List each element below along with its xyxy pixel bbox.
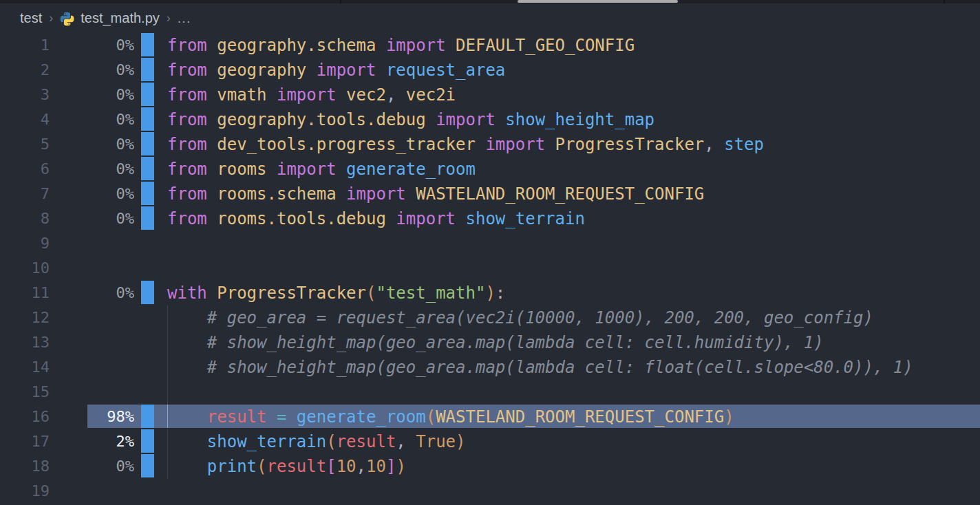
token-plain bbox=[167, 333, 207, 352]
token-fn: generate_room bbox=[346, 160, 476, 179]
code-line[interactable]: 110%with ProgressTracker("test_math"): bbox=[0, 281, 980, 305]
breadcrumb: test › test_math.py › ... bbox=[0, 3, 980, 33]
coverage-indicator bbox=[141, 281, 154, 304]
tab-separator bbox=[944, 0, 945, 3]
token-plain bbox=[167, 308, 207, 327]
line-number[interactable]: 12 bbox=[0, 305, 50, 330]
code-line[interactable]: 40%from geography.tools.debug import sho… bbox=[0, 107, 980, 132]
token-kw: import bbox=[346, 184, 416, 204]
line-number[interactable]: 4 bbox=[0, 107, 50, 132]
code-line[interactable]: 13 # show_height_map(geo_area.map(lambda… bbox=[0, 330, 980, 355]
coverage-percent: 0% bbox=[55, 157, 134, 182]
line-number[interactable]: 13 bbox=[0, 330, 50, 355]
code-line[interactable]: 9 bbox=[0, 231, 980, 256]
token-brkt1: ) bbox=[724, 407, 734, 427]
token-var: result bbox=[337, 432, 396, 451]
token-kw: import bbox=[277, 85, 346, 105]
token-fn: generate_room bbox=[297, 407, 426, 427]
token-brkt1: ) bbox=[456, 432, 465, 451]
token-fn: print bbox=[207, 457, 257, 476]
breadcrumb-folder[interactable]: test bbox=[20, 10, 42, 26]
token-brkt1: ( bbox=[326, 432, 336, 451]
coverage-percent: 0% bbox=[55, 132, 134, 157]
line-number[interactable]: 9 bbox=[0, 231, 50, 256]
chevron-right-icon: › bbox=[166, 11, 171, 25]
token-mod: rooms bbox=[217, 160, 277, 179]
code-line[interactable]: 60%from rooms import generate_room bbox=[0, 157, 980, 182]
code-line[interactable]: 14 # show_height_map(geo_area.map(lambda… bbox=[0, 355, 980, 380]
coverage-percent: 0% bbox=[55, 182, 134, 206]
token-plain bbox=[167, 457, 207, 476]
token-mod: geography.tools.debug bbox=[217, 110, 436, 129]
token-plain bbox=[167, 358, 207, 377]
token-brkt2: ] bbox=[386, 457, 396, 476]
code-text: # show_height_map(geo_area.map(lambda ce… bbox=[167, 330, 824, 355]
code-text: from geography import request_area bbox=[167, 58, 505, 83]
token-mod: DEFAULT_GEO_CONFIG bbox=[456, 36, 635, 55]
code-line[interactable]: 180% print(result[10,10]) bbox=[0, 454, 980, 479]
token-num: 10 bbox=[337, 457, 356, 476]
token-kw: from bbox=[167, 85, 217, 105]
coverage-indicator bbox=[141, 83, 154, 106]
line-number[interactable]: 6 bbox=[0, 157, 50, 182]
token-mod: rooms.tools.debug bbox=[217, 209, 396, 228]
code-line[interactable]: 172% show_terrain(result, True) bbox=[0, 429, 980, 454]
line-number[interactable]: 14 bbox=[0, 355, 50, 380]
breadcrumb-file[interactable]: test_math.py bbox=[81, 10, 160, 26]
code-line[interactable]: 20%from geography import request_area bbox=[0, 58, 980, 83]
code-line[interactable]: 1698% result = generate_room(WASTELAND_R… bbox=[0, 405, 980, 429]
token-punc: : bbox=[496, 283, 505, 303]
line-number[interactable]: 18 bbox=[0, 454, 50, 479]
code-line[interactable]: 70%from rooms.schema import WASTELAND_RO… bbox=[0, 182, 980, 206]
line-number[interactable]: 17 bbox=[0, 429, 50, 454]
code-text: # geo_area = request_area(vec2i(10000, 1… bbox=[167, 305, 873, 330]
code-text: print(result[10,10]) bbox=[167, 454, 406, 479]
coverage-indicator bbox=[141, 107, 154, 131]
code-line[interactable]: 12 # geo_area = request_area(vec2i(10000… bbox=[0, 305, 980, 330]
python-icon bbox=[60, 12, 74, 26]
top-pane-edge bbox=[0, 0, 980, 3]
code-line[interactable]: 80%from rooms.tools.debug import show_te… bbox=[0, 206, 980, 231]
coverage-indicator bbox=[141, 58, 154, 81]
line-number[interactable]: 16 bbox=[0, 405, 50, 429]
code-line[interactable]: 15 bbox=[0, 380, 980, 405]
code-line[interactable]: 10%from geography.schema import DEFAULT_… bbox=[0, 33, 980, 58]
line-number[interactable]: 7 bbox=[0, 182, 50, 206]
token-mod: vec2 bbox=[346, 85, 386, 105]
line-number[interactable]: 15 bbox=[0, 380, 50, 405]
code-line[interactable]: 50%from dev_tools.progress_tracker impor… bbox=[0, 132, 980, 157]
horizontal-scrollbar-thumb[interactable] bbox=[518, 0, 678, 3]
token-kw: from bbox=[167, 61, 217, 80]
coverage-percent: 0% bbox=[55, 206, 134, 231]
line-number[interactable]: 3 bbox=[0, 83, 50, 107]
coverage-indicator bbox=[141, 182, 154, 205]
token-brkt1: ( bbox=[366, 283, 376, 303]
token-punc: , bbox=[386, 85, 406, 105]
indent-guide bbox=[167, 380, 168, 405]
coverage-percent: 0% bbox=[55, 107, 134, 132]
token-brkt1: ( bbox=[426, 407, 436, 427]
token-mod: dev_tools.progress_tracker bbox=[217, 135, 485, 154]
coverage-indicator bbox=[141, 33, 154, 56]
token-mod: ProgressTracker bbox=[217, 283, 366, 303]
token-mod: WASTELAND_ROOM_REQUEST_CONFIG bbox=[436, 407, 724, 427]
line-number[interactable]: 11 bbox=[0, 281, 50, 305]
token-num: True bbox=[416, 432, 456, 451]
token-kw: from bbox=[167, 135, 217, 154]
code-line[interactable]: 10 bbox=[0, 256, 980, 281]
line-number[interactable]: 2 bbox=[0, 58, 50, 83]
line-number[interactable]: 1 bbox=[0, 33, 50, 58]
editor-lines: 10%from geography.schema import DEFAULT_… bbox=[0, 33, 980, 505]
line-number[interactable]: 19 bbox=[0, 479, 50, 504]
coverage-percent: 0% bbox=[55, 281, 134, 305]
code-text: from dev_tools.progress_tracker import P… bbox=[167, 132, 764, 157]
code-line[interactable]: 19 bbox=[0, 479, 980, 504]
token-kw: from bbox=[167, 209, 217, 228]
line-number[interactable]: 5 bbox=[0, 132, 50, 157]
breadcrumb-symbol-ellipsis[interactable]: ... bbox=[178, 10, 191, 26]
line-number[interactable]: 8 bbox=[0, 206, 50, 231]
token-fn: show_terrain bbox=[207, 432, 326, 451]
code-line[interactable]: 30%from vmath import vec2, vec2i bbox=[0, 83, 980, 107]
line-number[interactable]: 10 bbox=[0, 256, 50, 281]
code-text: show_terrain(result, True) bbox=[167, 429, 466, 454]
